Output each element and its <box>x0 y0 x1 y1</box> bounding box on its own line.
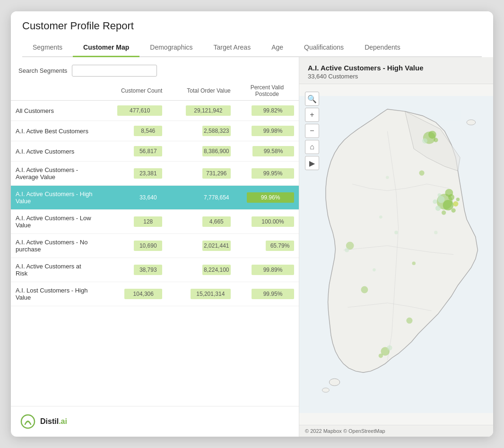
table-row[interactable]: A.I. Active Best Customers8,5462,588,323… <box>11 121 299 141</box>
row-total-order-value: 8,386,900 <box>167 141 235 162</box>
tab-customer-map[interactable]: Customer Map <box>73 39 139 57</box>
map-area: 🔍 + − ⌂ ▶ <box>299 84 493 425</box>
search-input[interactable] <box>72 65 157 77</box>
ireland-map <box>299 84 493 425</box>
row-name: A.I. Active Customers at Risk <box>11 258 99 282</box>
title-bar: Customer Profile Report SegmentsCustomer… <box>11 11 493 57</box>
table-row[interactable]: All Customers477,61029,121,94299.82% <box>11 101 299 121</box>
svg-point-7 <box>451 208 455 213</box>
row-customer-count: 38,793 <box>99 258 167 282</box>
row-name: A.I. Active Customers <box>11 141 99 162</box>
svg-point-16 <box>422 138 427 144</box>
right-panel: A.I. Active Customers - High Value 33,64… <box>299 57 493 437</box>
search-row: Search Segments <box>11 65 299 82</box>
row-name: All Customers <box>11 101 99 121</box>
col-header-pct: Percent ValidPostcode <box>235 82 299 101</box>
svg-point-3 <box>443 200 453 210</box>
tab-qualifications[interactable]: Qualifications <box>294 39 354 57</box>
page-title: Customer Profile Report <box>22 20 482 32</box>
table-body: All Customers477,61029,121,94299.82%A.I.… <box>11 101 299 306</box>
row-total-order-value: 8,224,100 <box>167 258 235 282</box>
row-total-order-value: 731,296 <box>167 162 235 186</box>
row-percent-valid-postcode: 99.82% <box>235 101 299 121</box>
row-customer-count: 10,690 <box>99 234 167 258</box>
row-name: A.I. Active Best Customers <box>11 121 99 141</box>
table-row[interactable]: A.I. Active Customers - Average Value23,… <box>11 162 299 186</box>
tab-demographics[interactable]: Demographics <box>139 39 203 57</box>
map-zoom-in-button[interactable]: + <box>305 108 319 122</box>
app-window: Customer Profile Report SegmentsCustomer… <box>11 11 493 437</box>
main-content: Search Segments Customer Count Total Ord… <box>11 57 493 437</box>
svg-point-8 <box>445 189 453 197</box>
svg-point-4 <box>438 196 445 203</box>
row-customer-count: 104,306 <box>99 282 167 306</box>
svg-point-29 <box>373 268 376 272</box>
svg-point-25 <box>419 171 424 176</box>
col-header-name <box>11 82 99 101</box>
row-percent-valid-postcode: 99.89% <box>235 258 299 282</box>
row-total-order-value: 2,021,441 <box>167 234 235 258</box>
map-subtitle: 33,640 Customers <box>308 73 485 80</box>
row-customer-count: 23,381 <box>99 162 167 186</box>
map-search-button[interactable]: 🔍 <box>305 92 319 106</box>
row-customer-count: 128 <box>99 210 167 234</box>
map-play-button[interactable]: ▶ <box>305 156 319 170</box>
row-percent-valid-postcode: 99.95% <box>235 162 299 186</box>
map-footer: © 2022 Mapbox © OpenStreetMap <box>299 425 493 437</box>
row-name: A.I. Lost Customers - High Value <box>11 282 99 306</box>
svg-point-12 <box>456 198 460 201</box>
map-home-button[interactable]: ⌂ <box>305 140 319 154</box>
table-row[interactable]: A.I. Lost Customers - High Value104,3061… <box>11 282 299 306</box>
svg-point-30 <box>434 231 437 234</box>
svg-point-26 <box>394 231 398 234</box>
table-row[interactable]: A.I. Active Customers at Risk38,7938,224… <box>11 258 299 282</box>
distil-logo-icon <box>20 414 35 429</box>
tab-age[interactable]: Age <box>261 39 294 57</box>
row-total-order-value: 2,588,323 <box>167 121 235 141</box>
table-row[interactable]: A.I. Active Customers - No purchase10,69… <box>11 234 299 258</box>
svg-point-6 <box>435 206 441 211</box>
table-row[interactable]: A.I. Active Customers - Low Value1284,66… <box>11 210 299 234</box>
row-customer-count: 477,610 <box>99 101 167 121</box>
col-header-order: Total Order Value <box>167 82 235 101</box>
svg-point-9 <box>453 201 458 207</box>
logo-text: Distil.ai <box>40 417 67 426</box>
row-name: A.I. Active Customers - No purchase <box>11 234 99 258</box>
segments-table: Customer Count Total Order Value Percent… <box>11 82 299 306</box>
left-panel: Search Segments Customer Count Total Ord… <box>11 57 299 437</box>
map-title: A.I. Active Customers - High Value <box>308 64 485 72</box>
svg-point-23 <box>361 286 368 293</box>
row-total-order-value: 15,201,314 <box>167 282 235 306</box>
svg-point-31 <box>386 176 389 179</box>
row-percent-valid-postcode: 65.79% <box>235 234 299 258</box>
tab-dependents[interactable]: Dependents <box>354 39 411 57</box>
svg-point-17 <box>434 138 438 142</box>
row-customer-count: 8,546 <box>99 121 167 141</box>
row-customer-count: 56,817 <box>99 141 167 162</box>
svg-point-19 <box>387 345 392 350</box>
row-percent-valid-postcode: 99.96% <box>235 186 299 210</box>
col-header-count: Customer Count <box>99 82 167 101</box>
map-header: A.I. Active Customers - High Value 33,64… <box>299 57 493 84</box>
tab-segments[interactable]: Segments <box>22 39 73 57</box>
row-total-order-value: 7,778,654 <box>167 186 235 210</box>
svg-point-33 <box>322 388 329 392</box>
svg-point-28 <box>412 261 416 265</box>
row-total-order-value: 29,121,942 <box>167 101 235 121</box>
svg-point-34 <box>467 120 476 125</box>
table-row[interactable]: A.I. Active Customers56,8178,386,90099.5… <box>11 141 299 162</box>
svg-point-32 <box>329 379 339 386</box>
tab-bar: SegmentsCustomer MapDemographicsTarget A… <box>22 39 482 57</box>
row-percent-valid-postcode: 99.95% <box>235 282 299 306</box>
table-header: Customer Count Total Order Value Percent… <box>11 82 299 101</box>
svg-point-22 <box>345 248 349 252</box>
svg-point-11 <box>433 199 437 204</box>
row-percent-valid-postcode: 99.58% <box>235 141 299 162</box>
svg-point-15 <box>428 131 436 139</box>
row-name: A.I. Active Customers - Low Value <box>11 210 99 234</box>
table-row[interactable]: A.I. Active Customers - High Value33,640… <box>11 186 299 210</box>
tab-target-areas[interactable]: Target Areas <box>203 39 261 57</box>
map-controls: 🔍 + − ⌂ ▶ <box>305 92 319 171</box>
map-zoom-out-button[interactable]: − <box>305 124 319 138</box>
svg-point-27 <box>379 215 382 219</box>
